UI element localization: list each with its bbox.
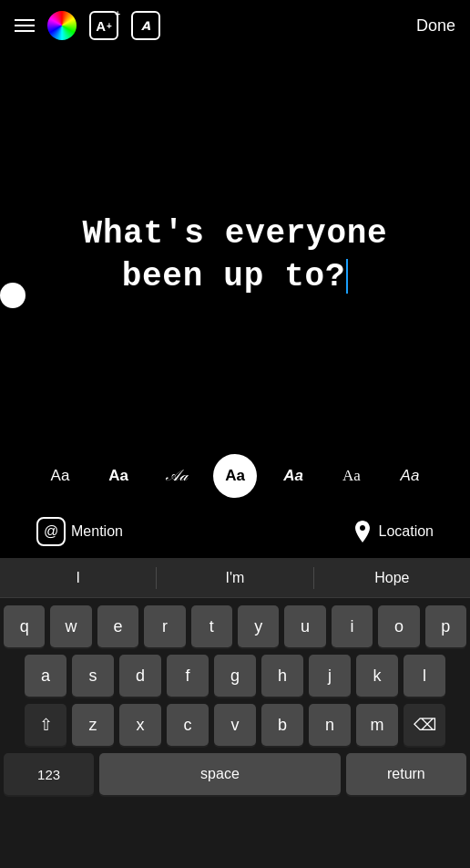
key-p[interactable]: p: [425, 605, 466, 647]
text-size-icon[interactable]: A+: [89, 11, 118, 40]
text-style-icon[interactable]: 𝗔: [131, 11, 160, 40]
text-area: What's everyone been up to?: [0, 73, 470, 439]
key-h[interactable]: h: [261, 655, 303, 697]
main-text: What's everyone been up to?: [83, 213, 388, 299]
suggestions-bar: I I'm Hope: [0, 558, 470, 598]
menu-icon[interactable]: [15, 19, 35, 32]
key-j[interactable]: j: [309, 655, 351, 697]
mention-icon: @: [36, 517, 66, 546]
location-icon: [352, 521, 373, 542]
key-x[interactable]: x: [119, 704, 161, 746]
font-option-serif[interactable]: Aa: [330, 454, 373, 498]
done-button[interactable]: Done: [416, 16, 455, 36]
keyboard: I I'm Hope q w e r t y u i o p a s d f g…: [0, 558, 470, 868]
mention-button[interactable]: @ Mention: [36, 517, 123, 546]
font-option-normal[interactable]: Aa: [38, 454, 82, 498]
key-row-3: ⇧ z x c v b n m ⌫: [0, 704, 470, 746]
shift-icon: ⇧: [39, 715, 53, 735]
key-t[interactable]: t: [191, 605, 232, 647]
toolbar-left: A+ 𝗔: [15, 11, 160, 40]
suggestion-3[interactable]: Hope: [314, 563, 470, 594]
key-e[interactable]: e: [97, 605, 138, 647]
num-key[interactable]: 123: [4, 753, 94, 795]
return-key[interactable]: return: [346, 753, 466, 795]
backspace-key[interactable]: ⌫: [404, 704, 445, 746]
backspace-icon: ⌫: [414, 715, 436, 735]
key-s[interactable]: s: [72, 655, 114, 697]
text-line-2: been up to?: [122, 258, 346, 295]
key-row-4: 123 space return: [0, 753, 470, 795]
slider-handle[interactable]: [0, 283, 26, 308]
key-v[interactable]: v: [214, 704, 256, 746]
key-f[interactable]: f: [167, 655, 209, 697]
font-selector: Aa Aa 𝒜𝒶 Aa Aa Aa Aa: [0, 449, 470, 503]
location-button[interactable]: Location: [352, 521, 434, 542]
mention-location-row: @ Mention Location: [0, 510, 470, 553]
key-d[interactable]: d: [119, 655, 161, 697]
shift-key[interactable]: ⇧: [25, 704, 66, 746]
key-r[interactable]: r: [144, 605, 185, 647]
suggestion-1[interactable]: I: [0, 563, 156, 594]
key-k[interactable]: k: [356, 655, 398, 697]
color-wheel-icon[interactable]: [47, 11, 77, 40]
key-a[interactable]: a: [25, 655, 66, 697]
font-option-bold[interactable]: Aa: [97, 454, 140, 498]
key-b[interactable]: b: [261, 704, 303, 746]
font-option-active[interactable]: Aa: [213, 454, 257, 498]
key-g[interactable]: g: [214, 655, 256, 697]
key-y[interactable]: y: [238, 605, 279, 647]
font-option-bold-italic[interactable]: Aa: [271, 454, 315, 498]
key-row-2: a s d f g h j k l: [0, 655, 470, 697]
text-line-1: What's everyone: [83, 215, 388, 253]
text-cursor: [346, 259, 348, 294]
key-l[interactable]: l: [404, 655, 445, 697]
mention-label: Mention: [71, 523, 123, 540]
font-option-thin[interactable]: Aa: [388, 454, 432, 498]
key-w[interactable]: w: [50, 605, 91, 647]
toolbar: A+ 𝗔 Done: [0, 0, 470, 51]
key-c[interactable]: c: [167, 704, 209, 746]
location-label: Location: [379, 523, 434, 540]
space-key[interactable]: space: [99, 753, 341, 795]
key-row-1: q w e r t y u i o p: [0, 605, 470, 647]
key-z[interactable]: z: [72, 704, 114, 746]
key-m[interactable]: m: [356, 704, 398, 746]
key-i[interactable]: i: [332, 605, 373, 647]
key-n[interactable]: n: [309, 704, 351, 746]
suggestion-2[interactable]: I'm: [157, 563, 312, 594]
key-o[interactable]: o: [378, 605, 419, 647]
key-q[interactable]: q: [4, 605, 45, 647]
font-option-script[interactable]: 𝒜𝒶: [155, 454, 199, 498]
key-u[interactable]: u: [284, 605, 325, 647]
